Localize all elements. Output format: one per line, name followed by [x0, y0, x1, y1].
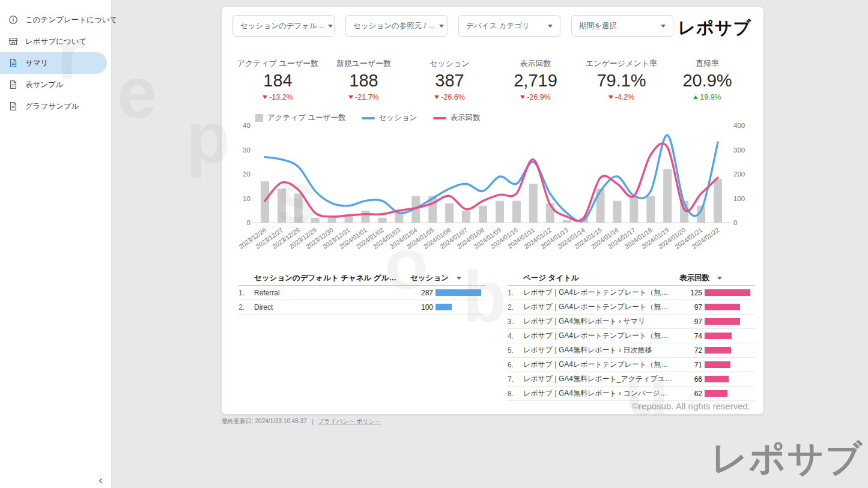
- scorecard-change-value: -4.2%: [615, 93, 635, 101]
- row-label: レポサブ | GA4レポートテンプレート（無料版：...: [523, 331, 677, 341]
- filter-dropdown-1[interactable]: セッションの参照元 / ...: [345, 15, 448, 37]
- scorecard-change-value: -13.2%: [269, 93, 293, 101]
- row-value: 62: [677, 390, 702, 398]
- row-rank: 8.: [508, 390, 523, 398]
- watermark-letter: e: [117, 51, 157, 134]
- value-bar: [436, 304, 452, 310]
- svg-text:20: 20: [243, 170, 250, 178]
- table-row: 6.レポサブ | GA4レポートテンプレート（無料版：...71: [508, 358, 755, 372]
- dimension-header[interactable]: セッションのデフォルト チャネル グループ: [254, 273, 402, 283]
- row-rank: 6.: [508, 361, 523, 369]
- table-header-row: ページ タイトル表示回数: [508, 271, 755, 286]
- row-label: レポサブ | GA4レポートテンプレート（無料版：...: [523, 360, 677, 370]
- row-label: Referral: [254, 289, 408, 297]
- row-rank: 5.: [508, 346, 523, 355]
- row-label: レポサブ | GA4レポートテンプレート（無料版：...: [523, 302, 677, 312]
- scorecard-change-value: 19.9%: [700, 93, 721, 101]
- info-icon: [8, 15, 18, 25]
- scorecard-change-value: -21.7%: [355, 93, 379, 101]
- copyright-text: ©reposub. All rights reserved.: [632, 401, 750, 411]
- table-row: 7.レポサブ | GA4無料レポート_アクティブユーザー...66: [508, 372, 755, 387]
- filter-dropdown-2[interactable]: デバイス カテゴリ: [458, 15, 560, 37]
- filter-dropdown-3[interactable]: 期間を選択: [571, 15, 673, 37]
- svg-text:0: 0: [247, 219, 250, 226]
- svg-text:10: 10: [243, 195, 250, 202]
- storefront-icon: [8, 37, 18, 46]
- sidebar-item-label: このテンプレートについて: [25, 15, 117, 25]
- document-icon: [8, 58, 18, 68]
- scorecard-row: アクティブ ユーザー数184-13.2%新規ユーザー数188-21.7%セッショ…: [235, 58, 750, 101]
- metric-header-label: セッション: [410, 273, 449, 283]
- svg-text:0: 0: [733, 219, 737, 226]
- scorecard-label: エンゲージメント率: [578, 58, 664, 69]
- scorecard-label: アクティブ ユーザー数: [235, 58, 321, 69]
- sidebar-collapse-button[interactable]: ‹: [99, 473, 103, 487]
- sidebar-item-3[interactable]: 表サンプル: [0, 74, 111, 95]
- row-label: Direct: [254, 303, 408, 312]
- table-header-row: セッションのデフォルト チャネル グループセッション: [238, 271, 486, 286]
- filter-label: セッションのデフォル...: [240, 21, 323, 31]
- filter-dropdown-0[interactable]: セッションのデフォル...: [232, 15, 335, 37]
- legend-swatch: [362, 117, 375, 119]
- sidebar-item-4[interactable]: グラフサンプル: [0, 95, 111, 117]
- scorecard-change: -26.6%: [407, 93, 493, 101]
- svg-text:200: 200: [733, 170, 745, 178]
- value-bar: [705, 304, 740, 310]
- combo-chart: 01020304001002003004002023/12/262023/12/…: [230, 122, 753, 259]
- scorecard-change-value: -26.9%: [527, 93, 551, 101]
- row-bar-cell: [702, 390, 755, 397]
- row-bar-cell: [702, 304, 755, 310]
- row-rank: 2.: [238, 303, 254, 312]
- tables-row: セッションのデフォルト チャネル グループセッション1.Referral2872…: [238, 271, 755, 401]
- value-bar: [705, 347, 731, 354]
- scorecard-value: 20.9%: [664, 71, 750, 91]
- sidebar-item-label: 表サンプル: [25, 80, 64, 90]
- arrow-down-icon: [434, 95, 439, 99]
- row-value: 97: [677, 318, 702, 326]
- arrow-down-icon: [520, 95, 525, 99]
- legend-swatch: [255, 114, 263, 122]
- scorecard-2: セッション387-26.6%: [407, 58, 493, 101]
- row-label: レポサブ | GA4無料レポート › サマリ: [523, 316, 677, 327]
- scorecard-value: 184: [235, 71, 321, 91]
- arrow-down-icon: [609, 95, 613, 99]
- scorecard-label: 直帰率: [664, 58, 750, 69]
- channel-group-table: セッションのデフォルト チャネル グループセッション1.Referral2872…: [238, 271, 486, 401]
- sidebar-item-0[interactable]: このテンプレートについて: [0, 9, 111, 31]
- document-icon: [8, 101, 18, 111]
- chevron-down-icon: [661, 25, 666, 28]
- row-value: 125: [677, 289, 702, 297]
- scorecard-label: 新規ユーザー数: [321, 58, 407, 69]
- table-row: 8.レポサブ | GA4無料レポート › コンバージョン62: [508, 387, 755, 401]
- sidebar-item-label: レポサブについて: [25, 37, 86, 47]
- sidebar-item-2[interactable]: サマリ: [0, 52, 107, 74]
- sidebar-nav: このテンプレートについてレポサブについてサマリ表サンプルグラフサンプル: [0, 0, 111, 117]
- row-value: 66: [677, 375, 702, 384]
- row-bar-cell: [702, 361, 755, 368]
- sidebar-item-1[interactable]: レポサブについて: [0, 31, 111, 52]
- privacy-policy-link[interactable]: プライバシー ポリシー: [318, 417, 381, 426]
- filter-bar: セッションのデフォル...セッションの参照元 / ...デバイス カテゴリ期間を…: [232, 15, 673, 37]
- row-value: 97: [677, 303, 702, 312]
- scorecard-label: 表示回数: [493, 58, 578, 69]
- svg-text:300: 300: [733, 146, 745, 154]
- sort-descending-icon: [717, 277, 722, 280]
- scorecard-label: セッション: [407, 58, 493, 69]
- row-bar-cell: [702, 347, 755, 354]
- metric-sort-header[interactable]: セッション: [402, 273, 486, 283]
- chevron-down-icon: [328, 25, 333, 28]
- row-rank: 1.: [238, 289, 254, 297]
- dimension-header[interactable]: ページ タイトル: [523, 273, 671, 283]
- table-row: 1.レポサブ | GA4レポートテンプレート（無料版：...125: [508, 286, 755, 300]
- row-label: レポサブ | GA4無料レポート › 日次推移: [523, 345, 677, 355]
- sidebar: このテンプレートについてレポサブについてサマリ表サンプルグラフサンプル ‹: [0, 0, 112, 488]
- metric-sort-header[interactable]: 表示回数: [671, 273, 755, 283]
- arrow-down-icon: [348, 95, 353, 99]
- report-logo: レポサブ: [678, 16, 751, 40]
- row-value: 287: [408, 289, 433, 297]
- arrow-up-icon: [693, 95, 698, 99]
- table-row: 5.レポサブ | GA4無料レポート › 日次推移72: [508, 343, 755, 358]
- row-rank: 2.: [508, 303, 523, 312]
- row-rank: 3.: [508, 318, 523, 326]
- filter-label: 期間を選択: [579, 21, 617, 31]
